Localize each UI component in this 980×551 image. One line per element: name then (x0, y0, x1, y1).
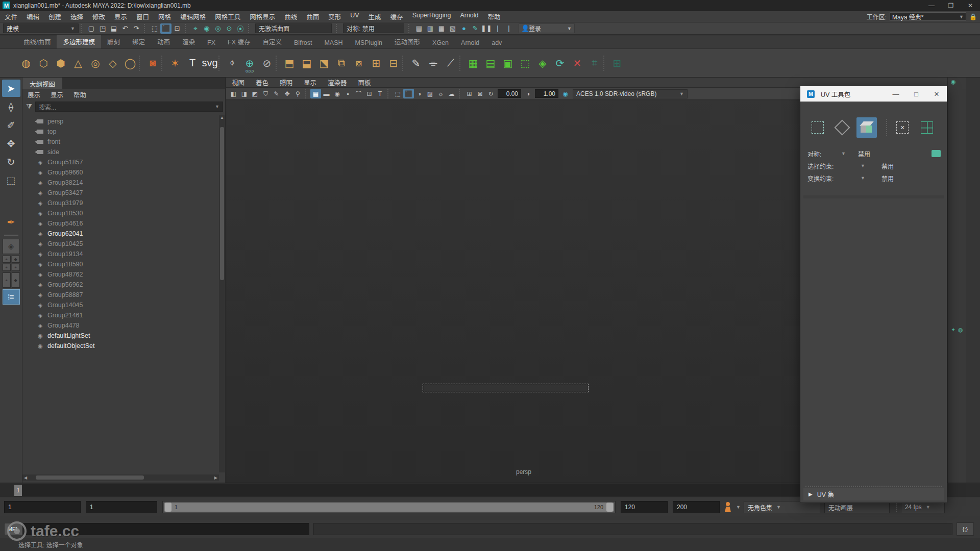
chevron-down-icon[interactable]: ▼ (841, 151, 846, 156)
outliner-row[interactable]: ◉defaultLightSet (22, 331, 219, 341)
shelf-icon[interactable] (459, 56, 464, 71)
outliner-row[interactable]: ◈Group10425 (22, 239, 219, 249)
outliner-menu-item[interactable]: 展示 (22, 90, 45, 99)
menu-item[interactable]: 编辑 (22, 12, 44, 21)
menu-item[interactable]: Arnold (455, 12, 483, 21)
safe-title-icon[interactable]: T (375, 89, 385, 98)
outliner-row[interactable]: ◈Group58887 (22, 290, 219, 300)
login-dropdown[interactable]: 👤 登录 ▼ (519, 23, 575, 33)
outliner-row[interactable]: front (22, 137, 219, 147)
menu-item[interactable]: 曲面 (302, 12, 324, 21)
poly-plane-icon[interactable]: ◇ (104, 54, 121, 72)
shaded-icon[interactable]: ⬛ (403, 89, 414, 98)
outliner-row[interactable]: ◈Group53427 (22, 188, 219, 198)
scale-tool[interactable]: ⬚ (2, 171, 20, 189)
uv-toolkit-titlebar[interactable]: M UV 工具包 — □ ✕ (800, 86, 947, 102)
uv-recycle-icon[interactable]: ⟳ (551, 54, 569, 72)
no-active-surface-field[interactable]: 无激活曲面 (255, 23, 332, 33)
uv-sets-section[interactable]: ▶ UV 集 (803, 488, 944, 500)
menu-item[interactable]: 网格工具 (210, 12, 245, 21)
uv-grid-select-icon[interactable] (917, 117, 937, 138)
shelf-tab[interactable]: 雕刻 (101, 35, 126, 48)
star-primitive-icon[interactable]: ✶ (166, 54, 184, 72)
use-all-lights-icon[interactable]: ☼ (435, 89, 446, 98)
shelf-icon[interactable] (139, 56, 144, 71)
workspace-dropdown[interactable]: Maya 经典*▼ (890, 12, 966, 21)
lasso-tool[interactable]: ⟠ (2, 98, 20, 115)
bridge-icon[interactable]: ⊞ (368, 54, 385, 72)
camera-attrs-icon[interactable]: ◩ (250, 89, 260, 98)
wireframe-on-shaded-icon[interactable]: ◑ (414, 89, 425, 98)
pause-icon[interactable]: ❚❚ (481, 23, 492, 34)
uv-delete-icon[interactable]: ✕ (569, 54, 586, 72)
menu-item[interactable]: 编辑网格 (176, 12, 210, 21)
pencil-tool-icon[interactable]: ✎ (407, 54, 425, 72)
combine-icon[interactable]: ⬒ (281, 54, 298, 72)
playback-start-field[interactable]: 1 (86, 501, 157, 513)
menu-item[interactable]: 缓存 (386, 12, 408, 21)
rotate-tool[interactable]: ↻ (2, 153, 20, 170)
poly-torus-icon[interactable]: ◎ (87, 54, 104, 72)
move-tool[interactable]: ✥ (2, 135, 20, 152)
outliner-row[interactable]: ◈Group4478 (22, 320, 219, 331)
outliner-row[interactable]: ◈Group59660 (22, 167, 219, 178)
outliner-row[interactable]: side (22, 147, 219, 157)
outliner-row[interactable]: ◈Group31979 (22, 198, 219, 208)
script-editor-icon[interactable]: {;} (957, 522, 974, 536)
menu-set-dropdown[interactable]: 建模▼ (3, 23, 79, 33)
colorspace-dropdown[interactable]: ACES 1.0 SDR-video (sRGB) ▼ (573, 89, 688, 98)
snap-surface-icon[interactable]: ⦿ (235, 23, 246, 34)
outliner-row[interactable]: ◈Group54616 (22, 218, 219, 229)
layout-four-pane-button[interactable]: +◆++ (3, 256, 20, 271)
svg-icon[interactable]: svg (201, 54, 218, 72)
select-tool[interactable]: ➤ (2, 80, 20, 97)
mash-icon[interactable]: ◙ (144, 54, 161, 72)
hypershade-icon[interactable]: ✎ (470, 23, 481, 34)
viewport-menu-item[interactable]: 视图 (226, 78, 250, 87)
poly-cylinder-icon[interactable]: ⬢ (52, 54, 69, 72)
menu-item[interactable]: 创建 (44, 12, 66, 21)
range-handle-left[interactable] (165, 503, 172, 512)
outliner-row[interactable]: ◈Group19134 (22, 249, 219, 259)
field-chart-icon[interactable]: ⌒ (353, 89, 364, 98)
resolution-gate-icon[interactable]: ◉ (332, 89, 342, 98)
menu-item[interactable]: 帮助 (483, 12, 505, 21)
uv-maximize-button[interactable]: □ (906, 86, 926, 102)
menu-item[interactable]: SuperRigging (408, 12, 456, 21)
safe-action-icon[interactable]: ⊡ (364, 89, 375, 98)
outliner-row[interactable]: ◈Group51857 (22, 157, 219, 167)
layout-single-pane-button[interactable]: ◈ (3, 239, 20, 254)
shelf-tab[interactable]: 自定义 (257, 35, 288, 48)
gate-mask-icon[interactable]: ▪ (342, 89, 353, 98)
uv-editor-icon[interactable]: ⊞ (608, 54, 626, 72)
uv-mini-icon[interactable]: ◉ (951, 79, 956, 85)
extrude-icon[interactable]: ⊟ (385, 54, 402, 72)
image-plane-icon[interactable]: ✎ (271, 89, 282, 98)
sliver2-icon[interactable]: ❘ (503, 23, 514, 34)
viewport-menu-item[interactable]: 显示 (298, 78, 322, 87)
outliner-horizontal-scrollbar[interactable]: ◀▶ (22, 474, 219, 481)
menu-item[interactable]: 选择 (66, 12, 88, 21)
shelf-tab[interactable]: 曲线/曲面 (17, 35, 57, 48)
select-hierarchy-icon[interactable]: ⬚ (149, 23, 160, 34)
menu-item[interactable]: UV (346, 12, 363, 21)
uv-marquee-select-icon[interactable] (807, 117, 828, 138)
last-tool-bezier[interactable]: ✒ (2, 213, 20, 231)
uv-close-button[interactable]: ✕ (926, 86, 947, 102)
new-scene-icon[interactable]: ▢ (86, 23, 97, 34)
texture-ball-icon[interactable]: ● (458, 23, 470, 34)
symmetry-status-field[interactable]: 对称: 禁用 (343, 23, 404, 33)
uv-planar-icon[interactable]: ▦ (464, 54, 482, 72)
outliner-row[interactable]: persp (22, 116, 219, 127)
close-button[interactable]: ✕ (961, 0, 980, 11)
type-text-icon[interactable]: T (184, 54, 201, 72)
menu-item[interactable]: 显示 (110, 12, 132, 21)
outliner-row[interactable]: ◈Group38214 (22, 178, 219, 188)
menu-item[interactable]: 窗口 (132, 12, 154, 21)
poly-sphere-icon[interactable]: ◍ (17, 54, 35, 72)
outliner-row[interactable]: ◈Group62041 (22, 229, 219, 239)
layout-split-button[interactable]: +◆ (3, 272, 20, 288)
outliner-row[interactable]: ◈Group21461 (22, 310, 219, 320)
snap-plane-icon[interactable]: ⊙ (224, 23, 235, 34)
snap-curve-icon[interactable]: ◉ (201, 23, 212, 34)
